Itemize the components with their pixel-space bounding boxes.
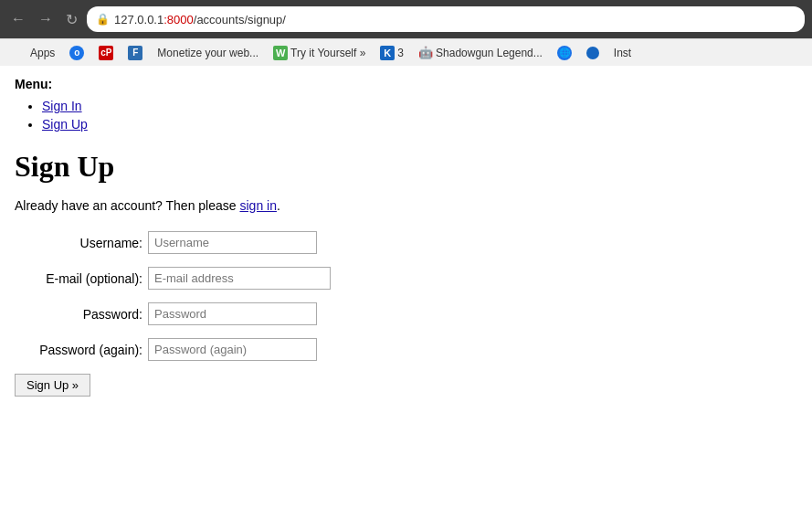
panel-icon: F xyxy=(128,46,142,60)
signin-link[interactable]: Sign In xyxy=(42,99,82,113)
username-group: Username: xyxy=(15,231,797,254)
page-content: Menu: Sign In Sign Up Sign Up Already ha… xyxy=(0,66,812,529)
menu-item-signup: Sign Up xyxy=(42,117,797,132)
nav-bar: ← → ↻ 🔒 127.0.0.1:8000/accounts/signup/ xyxy=(0,0,812,38)
bookmark-apps-label: Apps xyxy=(30,47,55,59)
username-input[interactable] xyxy=(148,231,317,254)
email-label: E-mail (optional): xyxy=(15,271,142,286)
bookmark-tryityourself-label: Try it Yourself » xyxy=(290,47,365,59)
globe-icon: o xyxy=(69,46,84,60)
password-label: Password: xyxy=(15,307,142,322)
bookmark-globe2[interactable]: 🌐 xyxy=(552,44,577,62)
w-icon: W xyxy=(273,46,288,60)
blue-dot-icon xyxy=(586,47,599,59)
bookmark-inst-label: Inst xyxy=(614,47,631,59)
password-again-label: Password (again): xyxy=(15,343,142,357)
bookmark-k3[interactable]: K 3 xyxy=(374,44,409,62)
bookmark-tryityourself[interactable]: W Try it Yourself » xyxy=(268,44,371,62)
menu-label: Menu: xyxy=(15,77,797,91)
already-account-text: Already have an account? Then please sig… xyxy=(15,198,797,213)
cp-icon: cP xyxy=(99,46,113,60)
bookmark-inst[interactable]: Inst xyxy=(608,45,637,61)
bookmark-o[interactable]: o xyxy=(64,44,90,62)
menu-item-signin: Sign In xyxy=(42,99,797,113)
reload-button[interactable]: ↻ xyxy=(62,9,81,30)
username-label: Username: xyxy=(15,236,142,250)
bookmark-panel[interactable]: F xyxy=(122,44,148,62)
bookmarks-bar: Apps o cP F Monetize your web... W Try i… xyxy=(0,38,812,66)
bookmark-shadowgun[interactable]: 🤖 Shadowgun Legend... xyxy=(413,44,548,62)
apps-grid-icon xyxy=(13,46,27,60)
globe2-icon: 🌐 xyxy=(557,46,572,60)
forward-button[interactable]: → xyxy=(35,9,57,29)
password-again-input[interactable] xyxy=(148,338,317,361)
browser-chrome: ← → ↻ 🔒 127.0.0.1:8000/accounts/signup/ … xyxy=(0,0,812,66)
bookmark-monetize[interactable]: Monetize your web... xyxy=(152,45,264,61)
password-group: Password: xyxy=(15,302,797,325)
bookmark-bluedot[interactable] xyxy=(581,45,605,61)
bookmark-apps[interactable]: Apps xyxy=(7,44,60,62)
sign-in-link[interactable]: sign in xyxy=(239,198,276,213)
bookmark-monetize-label: Monetize your web... xyxy=(157,47,258,59)
url-display: 127.0.0.1:8000/accounts/signup/ xyxy=(114,13,796,26)
android-icon: 🤖 xyxy=(418,46,433,60)
bookmark-k3-label: 3 xyxy=(397,47,404,59)
email-input[interactable] xyxy=(148,267,331,290)
k-icon: K xyxy=(380,46,395,60)
password-again-group: Password (again): xyxy=(15,338,797,361)
back-button[interactable]: ← xyxy=(7,9,29,29)
signup-form: Username: E-mail (optional): Password: P… xyxy=(15,231,797,397)
signup-submit-button[interactable]: Sign Up » xyxy=(15,374,90,397)
address-bar[interactable]: 🔒 127.0.0.1:8000/accounts/signup/ xyxy=(87,6,805,32)
signup-link[interactable]: Sign Up xyxy=(42,117,88,132)
bookmark-cp[interactable]: cP xyxy=(93,44,119,62)
bookmark-shadowgun-label: Shadowgun Legend... xyxy=(436,47,543,59)
page-title: Sign Up xyxy=(15,150,797,184)
menu-nav: Menu: Sign In Sign Up xyxy=(15,77,797,132)
lock-icon: 🔒 xyxy=(96,13,110,26)
menu-list: Sign In Sign Up xyxy=(15,99,797,132)
password-input[interactable] xyxy=(148,302,317,325)
email-group: E-mail (optional): xyxy=(15,267,797,290)
